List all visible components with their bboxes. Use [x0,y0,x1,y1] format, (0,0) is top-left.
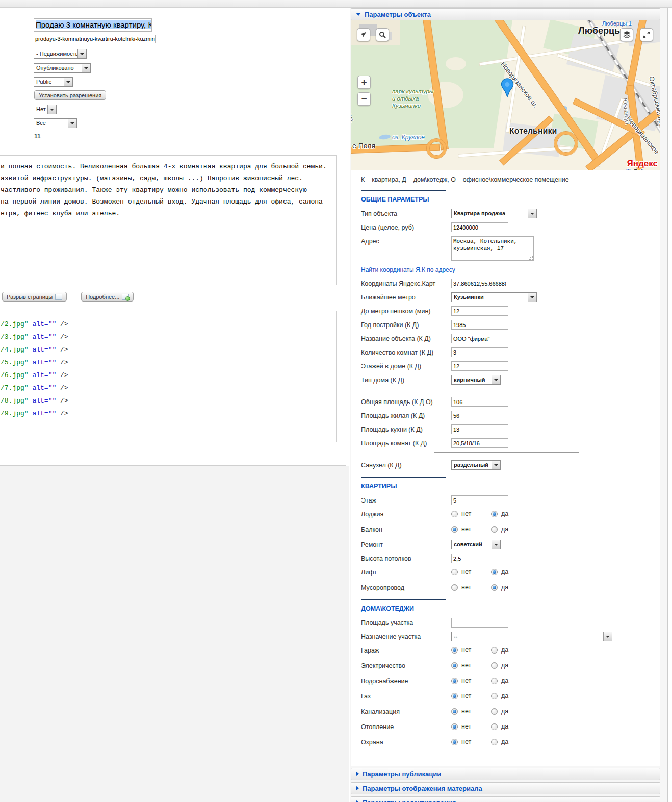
radio-option-нет[interactable]: нет [451,584,491,591]
layers-button[interactable] [620,28,633,41]
fulltext-code-editor[interactable]: /2.jpg" alt="" />/3.jpg" alt="" />/4.jpg… [0,311,337,442]
featured-select[interactable]: Нет [34,105,57,114]
radio-unchecked-icon[interactable] [491,647,498,654]
radio-unchecked-icon[interactable] [491,708,498,715]
field-select-санузел-к-д[interactable]: раздельный [451,460,501,470]
zoom-out-button[interactable]: − [357,92,371,106]
radio-checked-icon[interactable] [491,511,498,517]
chevron-down-icon[interactable] [492,540,500,549]
radio-option-нет[interactable]: нет [451,723,491,730]
field-input-этаж[interactable] [451,495,508,505]
field-input-площадь-комнат-к-д[interactable] [451,438,508,448]
chevron-down-icon[interactable] [68,119,76,128]
radio-option-да[interactable]: да [491,738,531,745]
field-input-координаты-яндекс-карт[interactable] [451,279,508,288]
slider-publish-params[interactable]: Параметры публикации [351,768,660,780]
radio-unchecked-icon[interactable] [491,693,498,699]
fullscreen-button[interactable] [640,28,653,41]
field-input-до-метро-пешком-мин[interactable] [451,306,508,316]
field-input-площадь-жилая-к-д[interactable] [451,411,508,420]
field-input-название-объекта-к-д[interactable] [451,334,508,343]
radio-checked-icon[interactable] [451,647,458,654]
radio-checked-icon[interactable] [451,678,458,684]
field-select-тип-дома-к-д[interactable]: кирпичный [451,375,501,385]
field-input-цена-целое-руб[interactable] [451,222,508,232]
radio-option-нет[interactable]: нет [451,510,491,517]
radio-unchecked-icon[interactable] [491,662,498,669]
field-select-ремонт[interactable]: советский [451,540,501,549]
field-input-площадь-участка[interactable] [451,618,508,628]
radio-unchecked-icon[interactable] [451,569,458,575]
radio-checked-icon[interactable] [451,708,458,715]
field-input-этажей-в-доме-к-д[interactable] [451,361,508,371]
radio-option-да[interactable]: да [491,723,531,730]
resize-grip-icon[interactable] [528,255,533,260]
radio-unchecked-icon[interactable] [491,678,498,684]
radio-option-нет[interactable]: нет [451,708,491,715]
radio-option-нет[interactable]: нет [451,568,491,575]
slider-object-params[interactable]: Параметры объекта [351,8,660,20]
radio-checked-icon[interactable] [491,584,498,591]
radio-unchecked-icon[interactable] [491,723,498,730]
slider-display-params[interactable]: Параметры отображения материала [351,782,660,794]
slider-edit-params[interactable]: Параметры редактирования [351,796,660,802]
radio-option-нет[interactable]: нет [451,692,491,699]
field-input-площадь-кухни-к-д[interactable] [451,424,508,434]
alias-input[interactable]: prodayu-3-komnatnuyu-kvartiru-kotelniki-… [34,35,156,43]
field-input-год-постройки-к-д[interactable] [451,320,508,330]
radio-option-нет[interactable]: нет [451,677,491,684]
chevron-down-icon[interactable] [77,49,86,58]
radio-option-нет[interactable]: нет [451,525,491,533]
radio-option-да[interactable]: да [491,510,531,517]
map-search-button[interactable] [376,28,389,41]
category-select[interactable]: - Недвижимость [34,49,87,59]
field-input-количество-комнат-к-д[interactable] [451,347,508,357]
radio-option-нет[interactable]: нет [451,662,491,669]
radio-checked-icon[interactable] [451,526,458,533]
chevron-down-icon[interactable] [492,461,500,469]
radio-option-да[interactable]: да [491,646,531,654]
set-permissions-button[interactable]: Установить разрешения [34,90,106,100]
chevron-down-icon[interactable] [64,78,72,86]
description-textarea[interactable]: и полная стоимость. Великолепная большая… [0,155,337,285]
radio-option-да[interactable]: да [491,708,531,715]
access-select[interactable]: Public [34,77,73,87]
radio-checked-icon[interactable] [451,723,458,730]
zoom-in-button[interactable]: + [357,76,371,89]
radio-option-да[interactable]: да [491,692,531,699]
field-input-высота-потолков[interactable] [451,554,508,563]
field-select-ближайшее-метро[interactable]: Кузьминки [451,292,537,302]
radio-checked-icon[interactable] [451,739,458,745]
pagebreak-button[interactable]: Разрыв страницы [2,292,67,302]
radio-unchecked-icon[interactable] [491,526,498,533]
title-input[interactable]: Продаю 3 комнатную квартиру, К [34,18,152,32]
radio-option-да[interactable]: да [491,525,531,533]
radio-unchecked-icon[interactable] [491,739,498,745]
language-select[interactable]: Все [34,118,77,128]
radio-checked-icon[interactable] [491,569,498,575]
field-textarea-адрес[interactable]: Москва, Котельники, кузьминская, 17 [451,236,534,261]
radio-option-да[interactable]: да [491,677,531,684]
radio-option-да[interactable]: да [491,662,531,669]
radio-option-нет[interactable]: нет [451,646,491,654]
chevron-down-icon[interactable] [82,64,90,72]
field-select-тип-объекта[interactable]: Квартира продажа [451,209,537,218]
status-select[interactable]: Опубликовано [34,63,91,73]
chevron-down-icon[interactable] [492,375,500,384]
radio-option-да[interactable]: да [491,568,531,575]
radio-option-да[interactable]: да [491,584,531,591]
radio-checked-icon[interactable] [451,693,458,699]
chevron-down-icon[interactable] [528,293,536,302]
radio-unchecked-icon[interactable] [451,584,458,591]
radio-checked-icon[interactable] [451,662,458,669]
find-coordinates-link[interactable]: Найти координаты Я.К по адресу [361,266,455,273]
map-placemark-icon[interactable] [501,78,514,97]
chevron-down-icon[interactable] [528,209,536,218]
radio-unchecked-icon[interactable] [451,511,458,517]
field-select-назначение-участка[interactable]: -- [451,632,612,641]
chevron-down-icon[interactable] [47,105,56,114]
radio-option-нет[interactable]: нет [451,738,491,745]
field-input-общая-площадь-к-д-о[interactable] [451,397,508,407]
chevron-down-icon[interactable] [603,632,612,641]
yandex-map[interactable]: Люберцы Люберцы-1 Котельники парк культу… [351,20,660,170]
